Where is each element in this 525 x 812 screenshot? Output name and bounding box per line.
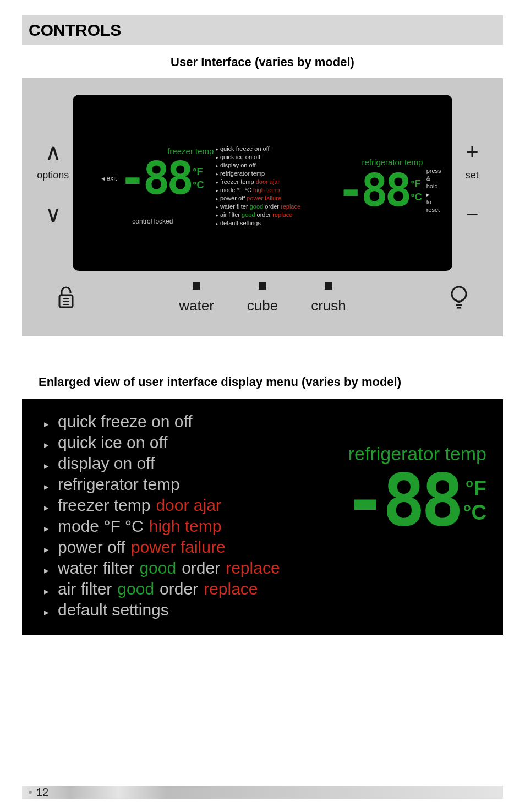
triangle-icon: ▸ bbox=[44, 418, 49, 430]
menu-list-small: quick freeze on offquick ice on offdispl… bbox=[216, 111, 337, 260]
dispense-cube-button[interactable]: cube bbox=[247, 282, 278, 314]
dispense-crush-label: crush bbox=[311, 297, 346, 314]
menu-item-small: quick freeze on off bbox=[216, 145, 337, 152]
control-locked-label: control locked bbox=[132, 217, 173, 225]
enlarged-deg-c: °C bbox=[463, 502, 486, 523]
menu-item-large: ▸default settings bbox=[44, 600, 489, 620]
dispense-water-button[interactable]: water bbox=[179, 282, 214, 314]
svg-point-4 bbox=[452, 287, 466, 301]
dispense-water-label: water bbox=[179, 297, 214, 314]
triangle-icon: ▸ bbox=[44, 544, 49, 555]
panel-subtitle: User Interface (varies by model) bbox=[22, 55, 503, 69]
triangle-icon: ▸ bbox=[44, 502, 49, 514]
refrigerator-deg-f: °F bbox=[411, 179, 422, 189]
triangle-icon: ▸ bbox=[44, 523, 49, 535]
menu-item-large: ▸water filtergoodorderreplace bbox=[44, 558, 489, 579]
triangle-icon: ▸ bbox=[44, 586, 49, 597]
enlarged-display: ▸quick freeze on off▸quick ice on off▸di… bbox=[22, 399, 503, 635]
refrigerator-seven-segment: -88 °F °C bbox=[337, 168, 422, 213]
enlarged-seven-segment: -88 °F °C bbox=[344, 465, 486, 536]
refrigerator-temp-value: -88 bbox=[337, 168, 408, 213]
menu-item-small: water filter good order replace bbox=[216, 203, 337, 210]
menu-item-large: ▸quick freeze on off bbox=[44, 411, 489, 432]
menu-item-small: quick ice on off bbox=[216, 154, 337, 160]
menu-item-small: mode °F °C high temp bbox=[216, 187, 337, 193]
enlarged-deg-f: °F bbox=[463, 478, 486, 499]
square-icon bbox=[193, 282, 200, 290]
triangle-icon: ▸ bbox=[44, 481, 49, 493]
refrigerator-temp-section: refrigerator temp -88 °F °C press & hold… bbox=[337, 111, 441, 260]
menu-item-small: freezer temp door ajar bbox=[216, 178, 337, 185]
freezer-deg-c: °C bbox=[193, 180, 204, 190]
freezer-deg-f: °F bbox=[193, 167, 204, 177]
freezer-temp-section: freezer temp ◂ exit -88 °F °C control lo… bbox=[89, 111, 216, 260]
lcd-display: freezer temp ◂ exit -88 °F °C control lo… bbox=[73, 95, 452, 271]
light-bulb-icon[interactable] bbox=[426, 285, 492, 314]
triangle-icon: ▸ bbox=[44, 460, 49, 472]
dispense-crush-button[interactable]: crush bbox=[311, 282, 346, 314]
square-icon bbox=[325, 282, 332, 290]
exit-label: ◂ exit bbox=[101, 175, 117, 182]
triangle-icon: ▸ bbox=[44, 607, 49, 618]
enlarged-temp-value: -88 bbox=[344, 465, 460, 536]
right-button-column: + set − bbox=[452, 141, 492, 225]
enlarged-temp-section: refrigerator temp -88 °F °C bbox=[344, 443, 486, 536]
menu-item-small: default settings bbox=[216, 220, 337, 226]
set-plus-button[interactable]: + bbox=[466, 141, 478, 163]
set-minus-button[interactable]: − bbox=[466, 203, 478, 225]
left-button-column: ∧ options ∨ bbox=[33, 141, 73, 225]
lock-icon[interactable] bbox=[33, 285, 99, 314]
refrigerator-deg-c: °C bbox=[411, 192, 422, 202]
triangle-icon: ▸ bbox=[44, 565, 49, 576]
square-icon bbox=[259, 282, 266, 290]
press-hold-text: press & hold ▸ to reset bbox=[426, 167, 441, 214]
page-number: 12 bbox=[36, 786, 48, 799]
options-up-button[interactable]: ∧ bbox=[45, 141, 61, 163]
menu-item-small: display on off bbox=[216, 162, 337, 168]
menu-item-large: ▸air filtergoodorderreplace bbox=[44, 579, 489, 600]
options-down-button[interactable]: ∨ bbox=[45, 203, 61, 225]
menu-item-small: refrigerator temp bbox=[216, 170, 337, 177]
options-label: options bbox=[37, 170, 69, 181]
page-footer: 12 bbox=[22, 786, 503, 799]
freezer-temp-value: -88 bbox=[119, 156, 190, 201]
set-label: set bbox=[466, 170, 479, 181]
enlarged-subtitle: Enlarged view of user interface display … bbox=[39, 375, 497, 389]
freezer-seven-segment: -88 °F °C bbox=[119, 156, 204, 201]
section-title: CONTROLS bbox=[22, 15, 503, 45]
menu-item-small: air filter good order replace bbox=[216, 211, 337, 218]
dispense-cube-label: cube bbox=[247, 297, 278, 314]
menu-item-small: power off power failure bbox=[216, 195, 337, 201]
triangle-icon: ▸ bbox=[44, 439, 49, 451]
control-panel-diagram: ∧ options ∨ freezer temp ◂ exit -88 °F °… bbox=[22, 78, 503, 336]
